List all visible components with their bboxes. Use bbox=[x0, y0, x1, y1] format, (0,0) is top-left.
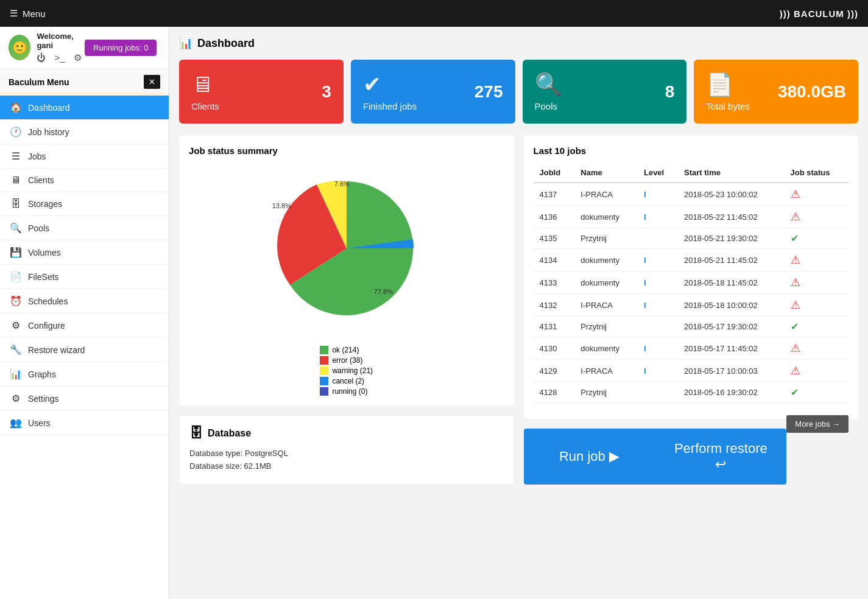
stat-cards: 🖥 Clients 3 ✔ Finished jobs 275 🔍 Pools … bbox=[179, 60, 858, 124]
right-column: Last 10 jobs JobId Name Level Start time… bbox=[524, 136, 859, 485]
sidebar-item-job-history[interactable]: 🕐 Job history bbox=[0, 120, 169, 144]
sidebar-navigation: 🏠 Dashboard 🕐 Job history ☰ Jobs 🖥 Clien… bbox=[0, 96, 169, 599]
sidebar-label-filesets: FileSets bbox=[28, 272, 59, 282]
sidebar-label-configure: Configure bbox=[28, 321, 65, 331]
jobs-table-body: 4137 I-PRACA I 2018-05-23 10:00:02 ⚠ 413… bbox=[534, 183, 849, 403]
status-ok-icon: ✔ bbox=[791, 321, 799, 332]
sidebar-label-storages: Storages bbox=[28, 199, 62, 209]
left-column: Job status summary bbox=[179, 136, 514, 485]
cell-level: I bbox=[638, 183, 678, 206]
table-row: 4129 I-PRACA I 2018-05-17 10:00:03 ⚠ bbox=[534, 360, 849, 382]
sidebar-label-pools: Pools bbox=[28, 223, 49, 233]
cell-level: I bbox=[638, 360, 678, 382]
stat-card-total-bytes[interactable]: 📄 Total bytes 380.0GB bbox=[694, 60, 858, 124]
table-row: 4137 I-PRACA I 2018-05-23 10:00:02 ⚠ bbox=[534, 183, 849, 206]
sidebar-item-graphs[interactable]: 📊 Graphs bbox=[0, 362, 169, 387]
top-nav: ☰ Menu ))) BACULUM ))) bbox=[0, 0, 868, 27]
cell-status: ✔ bbox=[785, 317, 849, 337]
col-status: Job status bbox=[785, 163, 849, 183]
sidebar-item-users[interactable]: 👥 Users bbox=[0, 411, 169, 435]
table-row: 4136 dokumenty I 2018-05-22 11:45:02 ⚠ bbox=[534, 206, 849, 228]
total-bytes-stat-icon: 📄 bbox=[706, 72, 750, 97]
clients-icon: 🖥 bbox=[10, 175, 22, 186]
sidebar-item-clients[interactable]: 🖥 Clients bbox=[0, 169, 169, 192]
dashboard-title-icon: 📊 bbox=[179, 37, 192, 50]
job-history-icon: 🕐 bbox=[10, 126, 22, 138]
level-indicator: I bbox=[644, 344, 646, 353]
pools-value: 8 bbox=[665, 82, 675, 102]
close-menu-button[interactable]: ✕ bbox=[144, 75, 160, 89]
finished-jobs-value: 275 bbox=[475, 82, 503, 102]
sidebar-label-schedules: Schedules bbox=[28, 296, 68, 306]
job-status-title: Job status summary bbox=[189, 145, 504, 156]
cell-status: ✔ bbox=[785, 382, 849, 403]
user-header: 🙂 Welcome, gani ⏻ >_ ⚙ Running jobs: 0 bbox=[0, 27, 169, 69]
pools-icon: 🔍 bbox=[10, 222, 22, 234]
sidebar: 🙂 Welcome, gani ⏻ >_ ⚙ Running jobs: 0 B… bbox=[0, 27, 169, 599]
cell-level: I bbox=[638, 294, 678, 317]
legend-error: error (38) bbox=[320, 356, 373, 365]
legend-color-running bbox=[320, 387, 328, 396]
pools-label: Pools bbox=[535, 101, 562, 111]
finished-jobs-label: Finished jobs bbox=[363, 101, 417, 111]
sidebar-item-configure[interactable]: ⚙ Configure bbox=[0, 314, 169, 338]
finished-jobs-stat-icon: ✔ bbox=[363, 72, 417, 97]
legend-cancel: cancel (2) bbox=[320, 377, 373, 385]
level-indicator: I bbox=[644, 212, 646, 222]
sidebar-item-restore-wizard[interactable]: 🔧 Restore wizard bbox=[0, 338, 169, 362]
sidebar-label-clients: Clients bbox=[28, 175, 54, 185]
sidebar-item-dashboard[interactable]: 🏠 Dashboard bbox=[0, 96, 169, 120]
perform-restore-button[interactable]: Perform restore ↩ bbox=[655, 429, 786, 485]
sidebar-item-filesets[interactable]: 📄 FileSets bbox=[0, 265, 169, 289]
table-row: 4131 Przytnij 2018-05-17 19:30:02 ✔ bbox=[534, 317, 849, 337]
jobs-table: JobId Name Level Start time Job status 4… bbox=[534, 163, 849, 403]
status-error-icon: ⚠ bbox=[791, 254, 800, 266]
sidebar-label-dashboard: Dashboard bbox=[28, 103, 70, 113]
stat-card-pools[interactable]: 🔍 Pools 8 bbox=[523, 60, 687, 124]
cell-name: dokumenty bbox=[574, 271, 638, 294]
cell-jobid: 4128 bbox=[534, 382, 575, 403]
main-content: 📊 Dashboard 🖥 Clients 3 ✔ Finished jobs … bbox=[169, 27, 868, 599]
username: gani bbox=[37, 41, 53, 50]
power-icon[interactable]: ⏻ bbox=[37, 52, 46, 63]
cell-name: Przytnij bbox=[574, 228, 638, 249]
action-buttons: Run job ▶ Perform restore ↩ bbox=[524, 429, 787, 485]
stat-card-clients[interactable]: 🖥 Clients 3 bbox=[179, 60, 344, 124]
pie-label-138: 13.8% bbox=[272, 202, 291, 209]
sidebar-item-storages[interactable]: 🗄 Storages bbox=[0, 192, 169, 216]
cell-status: ⚠ bbox=[785, 183, 849, 206]
cell-jobid: 4134 bbox=[534, 249, 575, 271]
cell-level: I bbox=[638, 337, 678, 360]
dashboard-icon: 🏠 bbox=[10, 102, 22, 113]
filesets-icon: 📄 bbox=[10, 271, 22, 282]
settings-nav-icon: ⚙ bbox=[10, 393, 22, 404]
pie-legend: ok (214) error (38) warning (21) bbox=[320, 346, 373, 396]
sidebar-item-volumes[interactable]: 💾 Volumes bbox=[0, 240, 169, 265]
sidebar-item-jobs[interactable]: ☰ Jobs bbox=[0, 144, 169, 169]
sidebar-item-pools[interactable]: 🔍 Pools bbox=[0, 216, 169, 240]
sidebar-item-schedules[interactable]: ⏰ Schedules bbox=[0, 289, 169, 314]
cell-status: ⚠ bbox=[785, 271, 849, 294]
menu-toggle[interactable]: ☰ Menu bbox=[10, 8, 46, 19]
job-status-section: Job status summary bbox=[179, 136, 514, 405]
sidebar-label-restore-wizard: Restore wizard bbox=[28, 345, 85, 355]
level-indicator: I bbox=[644, 190, 646, 199]
pie-chart bbox=[255, 163, 438, 334]
cell-name: Przytnij bbox=[574, 382, 638, 403]
status-error-icon: ⚠ bbox=[791, 365, 800, 377]
cell-starttime: 2018-05-17 11:45:02 bbox=[678, 337, 785, 360]
settings-icon[interactable]: ⚙ bbox=[74, 52, 82, 63]
stat-card-finished-jobs[interactable]: ✔ Finished jobs 275 bbox=[351, 60, 515, 124]
sidebar-label-graphs: Graphs bbox=[28, 370, 56, 379]
table-row: 4134 dokumenty I 2018-05-21 11:45:02 ⚠ bbox=[534, 249, 849, 271]
database-title: 🗄 Database bbox=[189, 426, 504, 441]
welcome-text: Welcome, gani bbox=[37, 32, 85, 50]
cell-name: I-PRACA bbox=[574, 294, 638, 317]
running-jobs-button[interactable]: Running jobs: 0 bbox=[85, 40, 157, 56]
pie-label-76: 7.6% bbox=[334, 180, 350, 187]
legend-label-ok: ok (214) bbox=[332, 346, 359, 354]
more-jobs-button[interactable]: More jobs → bbox=[786, 415, 849, 433]
sidebar-item-settings[interactable]: ⚙ Settings bbox=[0, 387, 169, 411]
run-job-button[interactable]: Run job ▶ bbox=[524, 429, 655, 485]
terminal-icon[interactable]: >_ bbox=[54, 52, 65, 63]
